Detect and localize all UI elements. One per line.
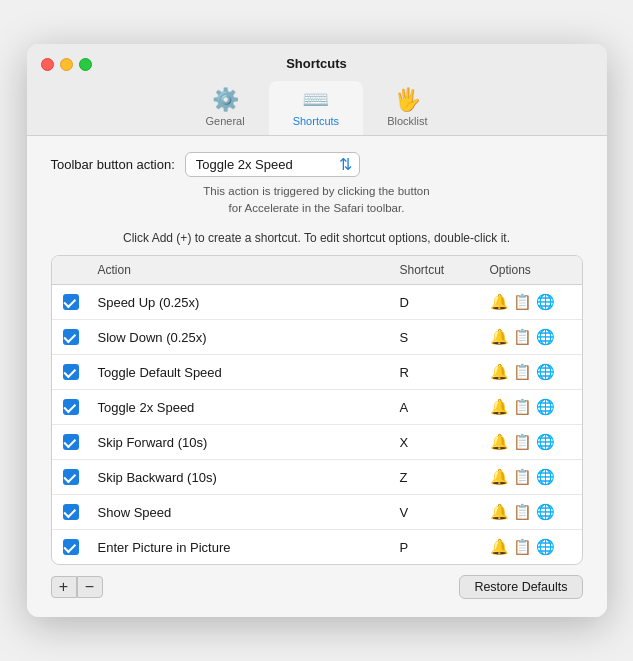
row-2-shortcut: R [392, 361, 482, 384]
row-1-action: Slow Down (0.25x) [90, 326, 392, 349]
row-4-doc-icon[interactable]: 📋 [513, 433, 532, 451]
header-action: Action [90, 261, 392, 279]
table-row: Speed Up (0.25x) D 🔔 📋 🌐 [52, 285, 582, 320]
row-6-globe-icon[interactable]: 🌐 [536, 503, 555, 521]
header-options: Options [482, 261, 582, 279]
row-7-doc-icon[interactable]: 📋 [513, 538, 532, 556]
table-row: Enter Picture in Picture P 🔔 📋 🌐 [52, 530, 582, 564]
maximize-button[interactable] [79, 58, 92, 71]
main-window: Shortcuts ⚙️ General ⌨️ Shortcuts 🖐️ Blo… [27, 44, 607, 618]
row-1-checkbox[interactable] [63, 329, 79, 345]
row-3-globe-icon[interactable]: 🌐 [536, 398, 555, 416]
table-row: Toggle 2x Speed A 🔔 📋 🌐 [52, 390, 582, 425]
table-row: Slow Down (0.25x) S 🔔 📋 🌐 [52, 320, 582, 355]
row-5-shortcut: Z [392, 466, 482, 489]
remove-button[interactable]: − [77, 576, 103, 598]
row-6-options: 🔔 📋 🌐 [482, 499, 582, 525]
row-6-checkbox-cell [52, 504, 90, 520]
general-icon: ⚙️ [212, 89, 239, 111]
row-2-checkbox[interactable] [63, 364, 79, 380]
row-4-checkbox-cell [52, 434, 90, 450]
row-7-options: 🔔 📋 🌐 [482, 534, 582, 560]
row-0-action: Speed Up (0.25x) [90, 291, 392, 314]
toolbar-action-dropdown[interactable]: Toggle 2x Speed Toggle Default Speed Spe… [185, 152, 360, 177]
tab-shortcuts[interactable]: ⌨️ Shortcuts [269, 81, 363, 135]
row-3-options: 🔔 📋 🌐 [482, 394, 582, 420]
add-remove-buttons: + − [51, 576, 103, 598]
window-title: Shortcuts [286, 56, 347, 71]
row-4-checkbox[interactable] [63, 434, 79, 450]
row-1-globe-icon[interactable]: 🌐 [536, 328, 555, 346]
row-4-globe-icon[interactable]: 🌐 [536, 433, 555, 451]
row-6-bell-icon[interactable]: 🔔 [490, 503, 509, 521]
row-7-checkbox-cell [52, 539, 90, 555]
row-4-shortcut: X [392, 431, 482, 454]
row-0-options: 🔔 📋 🌐 [482, 289, 582, 315]
tab-shortcuts-label: Shortcuts [293, 115, 339, 127]
row-2-doc-icon[interactable]: 📋 [513, 363, 532, 381]
row-0-doc-icon[interactable]: 📋 [513, 293, 532, 311]
shortcuts-table: Action Shortcut Options Speed Up (0.25x)… [51, 255, 583, 565]
titlebar: Shortcuts ⚙️ General ⌨️ Shortcuts 🖐️ Blo… [27, 44, 607, 136]
row-5-options: 🔔 📋 🌐 [482, 464, 582, 490]
row-5-checkbox-cell [52, 469, 90, 485]
row-7-shortcut: P [392, 536, 482, 559]
row-7-checkbox[interactable] [63, 539, 79, 555]
row-3-doc-icon[interactable]: 📋 [513, 398, 532, 416]
row-1-options: 🔔 📋 🌐 [482, 324, 582, 350]
row-1-doc-icon[interactable]: 📋 [513, 328, 532, 346]
shortcuts-icon: ⌨️ [302, 89, 329, 111]
header-shortcut: Shortcut [392, 261, 482, 279]
header-checkbox [52, 261, 90, 279]
tab-general[interactable]: ⚙️ General [182, 81, 269, 135]
minimize-button[interactable] [60, 58, 73, 71]
row-6-shortcut: V [392, 501, 482, 524]
instruction-text: Click Add (+) to create a shortcut. To e… [51, 231, 583, 245]
traffic-lights [41, 58, 92, 71]
row-7-bell-icon[interactable]: 🔔 [490, 538, 509, 556]
blocklist-icon: 🖐️ [394, 89, 421, 111]
table-row: Toggle Default Speed R 🔔 📋 🌐 [52, 355, 582, 390]
row-0-globe-icon[interactable]: 🌐 [536, 293, 555, 311]
row-2-globe-icon[interactable]: 🌐 [536, 363, 555, 381]
row-4-bell-icon[interactable]: 🔔 [490, 433, 509, 451]
row-6-action: Show Speed [90, 501, 392, 524]
tab-blocklist[interactable]: 🖐️ Blocklist [363, 81, 451, 135]
row-2-checkbox-cell [52, 364, 90, 380]
row-0-checkbox[interactable] [63, 294, 79, 310]
row-5-doc-icon[interactable]: 📋 [513, 468, 532, 486]
row-3-checkbox[interactable] [63, 399, 79, 415]
row-4-options: 🔔 📋 🌐 [482, 429, 582, 455]
tab-general-label: General [206, 115, 245, 127]
row-1-shortcut: S [392, 326, 482, 349]
row-1-bell-icon[interactable]: 🔔 [490, 328, 509, 346]
row-5-bell-icon[interactable]: 🔔 [490, 468, 509, 486]
row-2-options: 🔔 📋 🌐 [482, 359, 582, 385]
restore-defaults-button[interactable]: Restore Defaults [459, 575, 582, 599]
row-0-bell-icon[interactable]: 🔔 [490, 293, 509, 311]
table-row: Skip Forward (10s) X 🔔 📋 🌐 [52, 425, 582, 460]
row-0-checkbox-cell [52, 294, 90, 310]
row-4-action: Skip Forward (10s) [90, 431, 392, 454]
row-3-checkbox-cell [52, 399, 90, 415]
dropdown-wrapper: Toggle 2x Speed Toggle Default Speed Spe… [185, 152, 360, 177]
row-7-globe-icon[interactable]: 🌐 [536, 538, 555, 556]
add-button[interactable]: + [51, 576, 77, 598]
tab-blocklist-label: Blocklist [387, 115, 427, 127]
row-1-checkbox-cell [52, 329, 90, 345]
row-2-action: Toggle Default Speed [90, 361, 392, 384]
close-button[interactable] [41, 58, 54, 71]
toolbar-label: Toolbar button action: [51, 157, 175, 172]
row-3-bell-icon[interactable]: 🔔 [490, 398, 509, 416]
row-6-checkbox[interactable] [63, 504, 79, 520]
row-3-action: Toggle 2x Speed [90, 396, 392, 419]
row-2-bell-icon[interactable]: 🔔 [490, 363, 509, 381]
toolbar-row: Toolbar button action: Toggle 2x Speed T… [51, 152, 583, 177]
hint-text: This action is triggered by clicking the… [51, 183, 583, 218]
row-5-globe-icon[interactable]: 🌐 [536, 468, 555, 486]
table-row: Skip Backward (10s) Z 🔔 📋 🌐 [52, 460, 582, 495]
tab-bar: ⚙️ General ⌨️ Shortcuts 🖐️ Blocklist [182, 81, 452, 135]
row-5-checkbox[interactable] [63, 469, 79, 485]
row-6-doc-icon[interactable]: 📋 [513, 503, 532, 521]
row-0-shortcut: D [392, 291, 482, 314]
